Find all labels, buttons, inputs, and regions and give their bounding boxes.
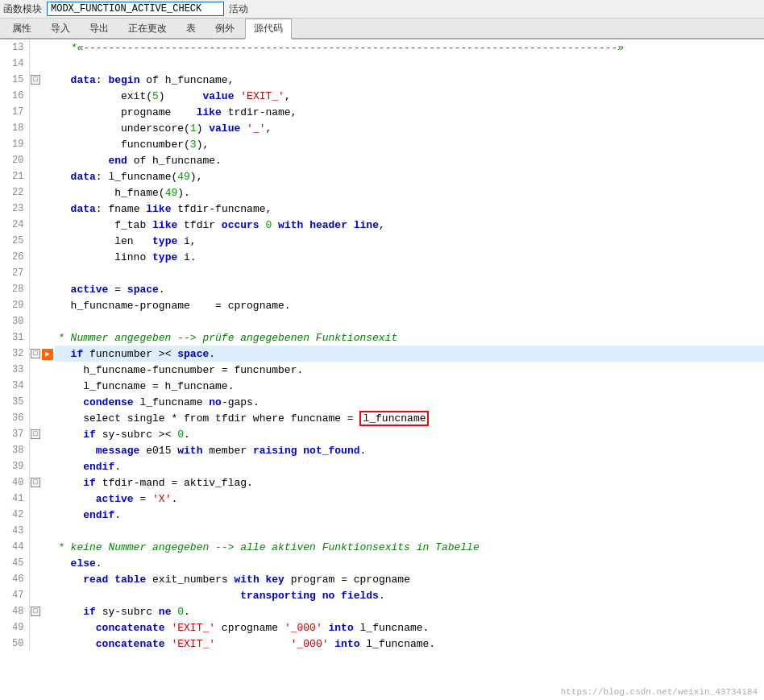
tab-导出[interactable]: 导出: [81, 19, 118, 38]
table-row: 22 h_fname(49).: [0, 184, 764, 201]
table-row: 28 active = space.: [0, 281, 764, 297]
line-number: 46: [0, 571, 29, 587]
bookmark-col: [42, 249, 55, 265]
fold-button[interactable]: □: [29, 72, 42, 88]
bookmark-col: [42, 539, 55, 555]
tab-表[interactable]: 表: [177, 19, 205, 38]
bookmark-col: [42, 184, 55, 201]
code-cell: if funcnumber >< space.: [55, 346, 764, 362]
table-row: 23 data: fname like tfdir-funcname,: [0, 201, 764, 217]
line-number: 17: [0, 104, 29, 120]
table-row: 48□ if sy-subrc ne 0.: [0, 603, 764, 619]
code-cell: len type i,: [55, 233, 764, 249]
fold-button: [29, 410, 42, 426]
fold-button: [29, 152, 42, 168]
fold-button[interactable]: □: [29, 474, 42, 491]
code-cell: [55, 56, 764, 72]
table-row: 45 else.: [0, 555, 764, 571]
fold-button[interactable]: □: [29, 426, 42, 442]
fold-button: [29, 329, 42, 346]
fold-button: [29, 539, 42, 555]
module-name-input[interactable]: [47, 2, 224, 16]
table-row: 42 endif.: [0, 507, 764, 523]
code-cell: transporting no fields.: [55, 587, 764, 603]
tab-正在更改[interactable]: 正在更改: [119, 19, 176, 38]
line-number: 45: [0, 555, 29, 571]
code-cell: exit(5) value 'EXIT_',: [55, 88, 764, 104]
table-row: 25 len type i,: [0, 233, 764, 249]
table-row: 38 message e015 with member raising not_…: [0, 442, 764, 458]
fold-button: [29, 56, 42, 72]
bookmark-col: [42, 523, 55, 539]
fold-button: [29, 378, 42, 394]
line-number: 23: [0, 201, 29, 217]
table-row: 39 endif.: [0, 458, 764, 474]
fold-button: [29, 104, 42, 120]
table-row: 14: [0, 56, 764, 72]
code-table: 13 *«-----------------------------------…: [0, 39, 764, 652]
bookmark-col: [42, 265, 55, 281]
fold-button: [29, 136, 42, 152]
table-row: 21 data: l_funcname(49),: [0, 168, 764, 184]
fold-button: [29, 619, 42, 636]
table-row: 35 condense l_funcname no-gaps.: [0, 394, 764, 410]
bookmark-col: [42, 152, 55, 168]
fold-button: [29, 458, 42, 474]
line-number: 41: [0, 491, 29, 507]
code-cell: read table exit_numbers with key program…: [55, 571, 764, 587]
module-label: 函数模块: [3, 2, 42, 16]
tab-导入[interactable]: 导入: [42, 19, 79, 38]
code-area[interactable]: 13 *«-----------------------------------…: [0, 39, 764, 693]
line-number: 29: [0, 297, 29, 313]
line-number: 14: [0, 56, 29, 72]
tab-属性[interactable]: 属性: [3, 19, 40, 38]
code-cell: message e015 with member raising not_fou…: [55, 442, 764, 458]
code-cell: h_fname(49).: [55, 184, 764, 201]
bookmark-col: [42, 217, 55, 233]
fold-button: [29, 555, 42, 571]
line-number: 33: [0, 362, 29, 378]
line-number: 31: [0, 329, 29, 346]
line-number: 39: [0, 458, 29, 474]
fold-button[interactable]: □: [29, 346, 42, 362]
bookmark-col: [42, 426, 55, 442]
fold-button: [29, 39, 42, 56]
bookmark-col: [42, 458, 55, 474]
line-number: 13: [0, 39, 29, 56]
code-cell: funcnumber(3),: [55, 136, 764, 152]
code-cell: else.: [55, 555, 764, 571]
table-row: 31* Nummer angegeben --> prüfe angegeben…: [0, 329, 764, 346]
bookmark-col: [42, 88, 55, 104]
bookmark-col: [42, 442, 55, 458]
fold-button: [29, 184, 42, 201]
table-row: 20 end of h_funcname.: [0, 152, 764, 168]
bookmark-col: [42, 491, 55, 507]
table-row: 15□ data: begin of h_funcname,: [0, 72, 764, 88]
tab-例外[interactable]: 例外: [206, 19, 243, 38]
line-number: 49: [0, 619, 29, 636]
fold-button: [29, 297, 42, 313]
line-number: 40: [0, 474, 29, 491]
code-cell: [55, 265, 764, 281]
fold-button: [29, 442, 42, 458]
code-cell: * Nummer angegeben --> prüfe angegebenen…: [55, 329, 764, 346]
fold-button: [29, 507, 42, 523]
table-row: 41 active = 'X'.: [0, 491, 764, 507]
tab-源代码[interactable]: 源代码: [245, 19, 292, 39]
table-row: 46 read table exit_numbers with key prog…: [0, 571, 764, 587]
bookmark-col: [42, 587, 55, 603]
watermark: https://blog.csdn.net/weixin_43734184: [561, 687, 758, 693]
bookmark-col: [42, 636, 55, 652]
fold-button[interactable]: □: [29, 603, 42, 619]
bookmark-col: [42, 72, 55, 88]
bookmark-col: [42, 313, 55, 329]
line-number: 20: [0, 152, 29, 168]
line-number: 26: [0, 249, 29, 265]
code-cell: progname like trdir-name,: [55, 104, 764, 120]
tab-bar: 属性导入导出正在更改表例外源代码: [0, 19, 764, 39]
table-row: 18 underscore(1) value '_',: [0, 120, 764, 136]
fold-button: [29, 233, 42, 249]
fold-button: [29, 168, 42, 184]
fold-button: [29, 571, 42, 587]
code-cell: if sy-subrc ne 0.: [55, 603, 764, 619]
